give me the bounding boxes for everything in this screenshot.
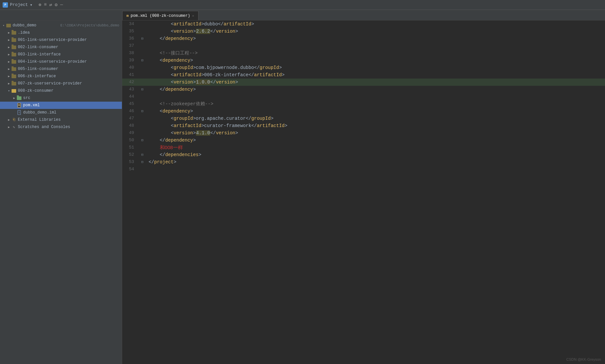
sidebar-item-006[interactable]: ▶ 006-zk-interface	[0, 73, 122, 80]
code-content	[146, 42, 605, 50]
sidebar-item-002[interactable]: ▶ 002-link-consumer	[0, 44, 122, 51]
sidebar-item-003[interactable]: ▶ 003-link-interface	[0, 51, 122, 58]
sidebar-item-label: 007-zk-userservice-provider	[18, 81, 119, 86]
line-number: 43	[122, 86, 139, 93]
sidebar-item-001[interactable]: ▶ 001-link-userservice-provider	[0, 36, 122, 44]
gutter-cell	[139, 79, 146, 86]
tab-bar: m pom.xml (008-zk-consumer) ✕	[0, 10, 605, 20]
code-line-38: 38 <!--接口工程-->	[122, 50, 605, 57]
sidebar-item-label: 001-link-userservice-provider	[18, 38, 119, 42]
code-content: <groupId>com.bjpowernode.dubbo</groupId>	[146, 64, 605, 71]
line-number: 37	[122, 42, 139, 50]
sort-icon[interactable]: ≡	[44, 2, 47, 8]
fold-icon[interactable]: ⊟	[141, 57, 144, 64]
ext-lib-icon: ⎗	[11, 117, 17, 122]
sidebar-item-label: 005-link-consumer	[18, 67, 119, 71]
minimize-icon[interactable]: —	[60, 2, 63, 8]
gutter-cell	[139, 42, 146, 50]
gutter-cell	[139, 28, 146, 35]
iml-file-icon: i	[17, 110, 22, 115]
expand-arrow[interactable]: ▶	[7, 125, 11, 129]
sidebar-item-label: 003-link-interface	[18, 52, 119, 57]
expand-arrow[interactable]: ▾	[1, 24, 6, 27]
line-number: 40	[122, 64, 139, 71]
expand-arrow[interactable]: ▶	[7, 75, 11, 78]
line-number: 47	[122, 115, 139, 122]
fold-icon[interactable]: ⊟	[141, 86, 144, 93]
line-number: 46	[122, 108, 139, 115]
editor-content[interactable]: 34 <artifactId>dubbo</artifactId> 35 <ve…	[122, 20, 605, 364]
sidebar-item-004[interactable]: ▶ 004-link-userservice-provider	[0, 58, 122, 65]
line-number: 39	[122, 57, 139, 64]
code-line-35: 35 <version>2.6.2</version>	[122, 28, 605, 35]
gutter-cell	[139, 20, 146, 28]
fold-icon[interactable]: ⊟	[141, 108, 144, 115]
sidebar-item-ext-libs[interactable]: ▶ ⎗ External Libraries	[0, 116, 122, 123]
sidebar-item-label: dubbo_demo	[13, 23, 58, 28]
gutter-cell: ⊟	[139, 108, 146, 115]
collapse-icon[interactable]: ⇄	[49, 2, 52, 8]
line-number: 49	[122, 129, 139, 137]
code-content: <version>2.6.2</version>	[146, 28, 605, 35]
code-content: <dependency>	[146, 108, 605, 115]
expand-arrow[interactable]: ▶	[7, 46, 11, 49]
sidebar-item-005[interactable]: ▶ 005-link-consumer	[0, 65, 122, 73]
expand-arrow[interactable]: ▾	[7, 89, 11, 93]
scope-icon[interactable]: ⊕	[38, 2, 41, 8]
line-number: 41	[122, 71, 139, 79]
sidebar-item-label: 006-zk-interface	[18, 74, 119, 79]
project-label[interactable]: Project	[10, 2, 28, 7]
code-content: </dependency>	[146, 137, 605, 144]
gutter-cell: ⊟	[139, 151, 146, 158]
sidebar-item-iml[interactable]: i dubbo_demo.iml	[0, 109, 122, 116]
code-content: <!--zookeeper依赖-->	[146, 100, 605, 108]
title-bar: P Project ▾ ⊕ ≡ ⇄ ⚙ —	[0, 0, 605, 10]
sidebar-item-007[interactable]: ▶ 007-zk-userservice-provider	[0, 80, 122, 87]
sidebar-item-scratches[interactable]: ▶ ✎ Scratches and Consoles	[0, 123, 122, 131]
line-number: 52	[122, 151, 139, 158]
expand-arrow[interactable]: ▶	[7, 53, 11, 56]
sidebar-item-label: dubbo_demo.iml	[23, 110, 119, 115]
expand-arrow[interactable]: ▶	[7, 82, 11, 85]
fold-icon[interactable]: ⊟	[141, 158, 144, 166]
gutter-cell	[139, 93, 146, 100]
sidebar-path-hint: E:\IDEA\Projects\dubbo_demo	[60, 23, 119, 27]
code-line-45: 45 <!--zookeeper依赖-->	[122, 100, 605, 108]
annotation-text: 和008一样	[160, 145, 183, 150]
gutter-cell: ⊟	[139, 57, 146, 64]
code-line-36: 36 ⊟ </dependency>	[122, 35, 605, 42]
sidebar-item-dubbo-demo[interactable]: ▾ dubbo_demo E:\IDEA\Projects\dubbo_demo	[0, 22, 122, 29]
module-icon	[11, 67, 17, 71]
fold-icon[interactable]: ⊟	[141, 151, 144, 158]
expand-arrow[interactable]: ▶	[7, 31, 11, 35]
tab-close-button[interactable]: ✕	[192, 14, 194, 18]
project-dropdown-arrow[interactable]: ▾	[30, 2, 33, 8]
sidebar-item-label: External Libraries	[18, 117, 119, 122]
tab-pom-xml[interactable]: m pom.xml (008-zk-consumer) ✕	[122, 11, 198, 20]
sidebar-item-pom-xml[interactable]: m pom.xml	[0, 102, 122, 109]
settings-icon[interactable]: ⚙	[55, 2, 57, 8]
fold-icon[interactable]: ⊟	[141, 35, 144, 42]
code-content: <artifactId>curator-framework</artifactI…	[146, 122, 605, 129]
code-line-37: 37	[122, 42, 605, 50]
code-line-49: 49 <version>4.1.0</version>	[122, 129, 605, 137]
sidebar-item-idea[interactable]: ▶ .idea	[0, 29, 122, 36]
xml-file-icon: m	[17, 103, 22, 108]
code-line-46: 46 ⊟ <dependency>	[122, 108, 605, 115]
project-sidebar[interactable]: ▾ dubbo_demo E:\IDEA\Projects\dubbo_demo…	[0, 20, 122, 364]
expand-arrow[interactable]: ▶	[12, 96, 17, 100]
expand-arrow[interactable]: ▶	[7, 118, 11, 122]
gutter-cell: ⊟	[139, 35, 146, 42]
project-toolbar: P Project ▾ ⊕ ≡ ⇄ ⚙ —	[3, 2, 63, 8]
project-root-icon	[6, 23, 11, 28]
module-icon	[11, 88, 17, 93]
expand-arrow[interactable]: ▶	[7, 38, 11, 42]
sidebar-item-label: 008-zk-consumer	[18, 88, 119, 93]
expand-arrow[interactable]: ▶	[7, 60, 11, 64]
gutter-cell	[139, 166, 146, 173]
fold-icon[interactable]: ⊟	[141, 137, 144, 144]
tab-pom-label: pom.xml (008-zk-consumer)	[131, 14, 190, 18]
sidebar-item-src[interactable]: ▶ src	[0, 94, 122, 102]
sidebar-item-008[interactable]: ▾ 008-zk-consumer	[0, 87, 122, 94]
expand-arrow[interactable]: ▶	[7, 67, 11, 71]
